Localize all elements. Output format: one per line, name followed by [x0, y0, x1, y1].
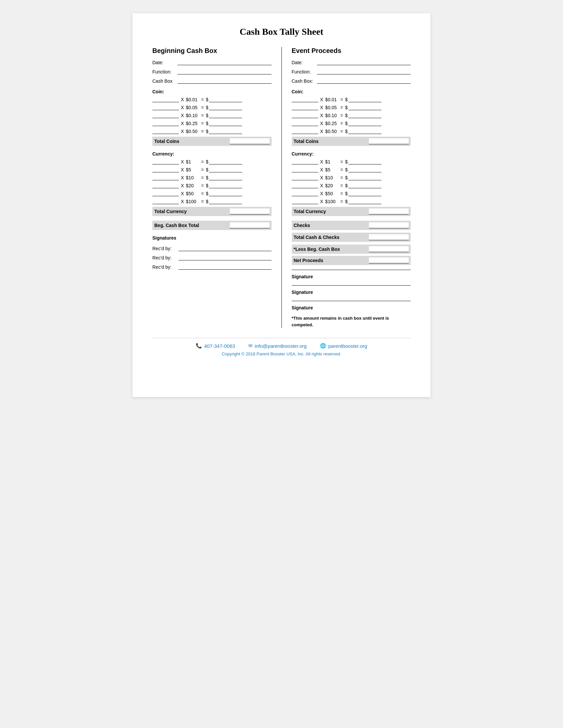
right-curr-qty-4[interactable]: [292, 182, 318, 188]
left-coin-result-5[interactable]: [209, 128, 242, 134]
net-proceeds-line[interactable]: [369, 257, 409, 263]
right-coin-qty-2[interactable]: [292, 104, 318, 110]
right-curr-result-1[interactable]: [349, 159, 382, 164]
sig-block-label-3: Signature: [292, 305, 411, 310]
left-coin-x-1: X: [181, 97, 184, 102]
right-curr-row-5: X $50 = $: [292, 190, 411, 196]
right-curr-qty-2[interactable]: [292, 166, 318, 172]
less-beg-line[interactable]: [369, 246, 409, 252]
footer-phone[interactable]: 📞 407-347-0063: [196, 343, 235, 349]
checks-line[interactable]: [369, 222, 409, 228]
sig-block-label-2: Signature: [292, 290, 411, 295]
right-curr-row-6: X $100 = $: [292, 198, 411, 204]
total-cash-checks-line[interactable]: [369, 234, 409, 240]
right-curr-qty-6[interactable]: [292, 198, 318, 204]
left-column: Beginning Cash Box Date: Function: Cash …: [152, 47, 282, 328]
left-coin-denom-1: $0.01: [186, 97, 199, 102]
left-currency-label: Currency:: [152, 151, 271, 157]
sig-label-2: Rec'd by:: [152, 255, 177, 260]
signatures-label: Signatures: [152, 235, 271, 241]
left-coin-qty-5[interactable]: [152, 128, 179, 134]
left-function-label: Function:: [152, 69, 175, 74]
left-coin-row-1: X $0.01 = $: [152, 96, 271, 102]
right-curr-result-2[interactable]: [349, 166, 382, 172]
right-coin-result-1[interactable]: [349, 96, 382, 102]
footer-contact: 📞 407-347-0063 ✉ info@parentbooster.org …: [152, 343, 411, 349]
right-total-coins-line[interactable]: [369, 138, 409, 144]
left-curr-result-1[interactable]: [209, 159, 242, 164]
right-coin-result-4[interactable]: [349, 120, 382, 126]
left-curr-qty-2[interactable]: [152, 166, 179, 172]
footer-phone-number: 407-347-0063: [204, 343, 235, 349]
right-coin-row-3: X $0.10 = $: [292, 112, 411, 118]
footer-website-url: parentbooster.org: [328, 343, 367, 349]
sig-row-1: Rec'd by:: [152, 245, 271, 251]
right-date-line[interactable]: [317, 59, 411, 65]
left-curr-result-4[interactable]: [209, 182, 242, 188]
left-curr-qty-4[interactable]: [152, 182, 179, 188]
right-coin-row-5: X $0.50 = $: [292, 128, 411, 134]
right-curr-qty-3[interactable]: [292, 174, 318, 180]
left-coin-eq-1: =: [201, 97, 204, 102]
less-beg-row: *Less Beg. Cash Box: [292, 245, 411, 254]
left-curr-result-2[interactable]: [209, 166, 242, 172]
left-coin-qty-2[interactable]: [152, 104, 179, 110]
footer-website[interactable]: 🌐 parentbooster.org: [320, 343, 367, 349]
left-curr-result-5[interactable]: [209, 190, 242, 196]
left-curr-qty-1[interactable]: [152, 159, 179, 164]
right-currency-label: Currency:: [292, 151, 411, 157]
right-coin-label: Coin:: [292, 89, 411, 94]
left-coin-qty-1[interactable]: [152, 96, 179, 102]
right-coin-result-5[interactable]: [349, 128, 382, 134]
left-coin-result-4[interactable]: [209, 120, 242, 126]
sig-line-1[interactable]: [178, 245, 271, 251]
sig-line-3[interactable]: [178, 264, 271, 270]
left-total-coins-label: Total Coins: [154, 139, 230, 144]
right-coin-qty-5[interactable]: [292, 128, 318, 134]
left-cashbox-line[interactable]: [177, 78, 271, 84]
footer-email[interactable]: ✉ info@parentbooster.org: [248, 343, 307, 349]
left-curr-result-3[interactable]: [209, 174, 242, 180]
left-total-currency-label: Total Currency: [154, 209, 230, 214]
left-curr-row-2: X $5 = $: [152, 166, 271, 172]
right-function-line[interactable]: [317, 68, 411, 74]
right-coin-qty-1[interactable]: [292, 96, 318, 102]
right-cashbox-line[interactable]: [317, 78, 411, 84]
right-coin-result-3[interactable]: [349, 112, 382, 118]
left-coin-result-2[interactable]: [209, 104, 242, 110]
left-function-line[interactable]: [177, 68, 271, 74]
left-curr-qty-5[interactable]: [152, 190, 179, 196]
right-coin-row-4: X $0.25 = $: [292, 120, 411, 126]
right-curr-qty-5[interactable]: [292, 190, 318, 196]
left-function-row: Function:: [152, 68, 271, 74]
beg-cash-box-total-line[interactable]: [230, 222, 269, 228]
right-curr-result-3[interactable]: [349, 174, 382, 180]
sig-block-label-1: Signature: [292, 274, 411, 279]
left-coin-row-4: X $0.25 = $: [152, 120, 271, 126]
left-curr-qty-6[interactable]: [152, 198, 179, 204]
left-curr-result-6[interactable]: [209, 198, 242, 204]
left-date-row: Date:: [152, 59, 271, 65]
right-curr-result-4[interactable]: [349, 182, 382, 188]
sig-label-1: Rec'd by:: [152, 246, 177, 251]
left-coin-qty-3[interactable]: [152, 112, 179, 118]
left-total-currency-line[interactable]: [230, 208, 269, 214]
sig-line-2[interactable]: [178, 254, 271, 260]
left-curr-row-1: X $1 = $: [152, 159, 271, 164]
less-beg-label: *Less Beg. Cash Box: [294, 247, 369, 252]
left-coin-result-1[interactable]: [209, 96, 242, 102]
phone-icon: 📞: [196, 343, 202, 349]
right-total-currency-line[interactable]: [369, 208, 409, 214]
footer-email-address: info@parentbooster.org: [255, 343, 307, 349]
left-total-coins-line[interactable]: [230, 138, 269, 144]
left-date-line[interactable]: [177, 59, 271, 65]
left-coin-result-3[interactable]: [209, 112, 242, 118]
right-coin-qty-3[interactable]: [292, 112, 318, 118]
right-curr-result-5[interactable]: [349, 190, 382, 196]
right-coin-result-2[interactable]: [349, 104, 382, 110]
right-coin-qty-4[interactable]: [292, 120, 318, 126]
right-curr-qty-1[interactable]: [292, 159, 318, 164]
left-coin-qty-4[interactable]: [152, 120, 179, 126]
left-curr-qty-3[interactable]: [152, 174, 179, 180]
right-curr-result-6[interactable]: [349, 198, 382, 204]
